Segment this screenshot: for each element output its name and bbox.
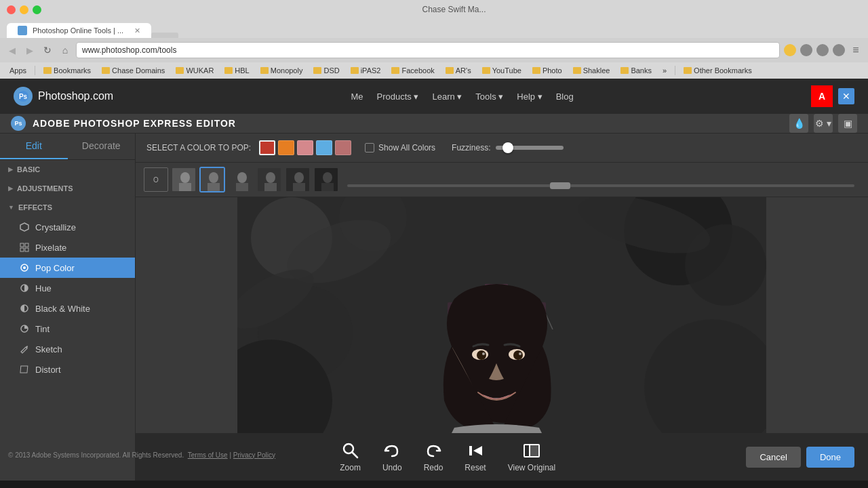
tab-edit[interactable]: Edit bbox=[0, 134, 68, 159]
basic-section-label: BASIC bbox=[17, 165, 40, 174]
bottom-actions: Cancel Done bbox=[746, 447, 854, 468]
new-tab[interactable] bbox=[151, 33, 178, 38]
minimize-window-button[interactable] bbox=[20, 5, 28, 14]
terms-of-use-link[interactable]: Terms of Use bbox=[188, 451, 228, 459]
privacy-policy-link[interactable]: Privacy Policy bbox=[233, 451, 275, 459]
view-mode-button[interactable]: ▣ bbox=[838, 114, 857, 133]
tab-decorate[interactable]: Decorate bbox=[68, 134, 136, 159]
address-bar[interactable]: www.photoshop.com/tools bbox=[76, 42, 780, 58]
sidebar-item-tint[interactable]: Tint bbox=[0, 319, 135, 339]
bookmark-hbl[interactable]: HBL bbox=[220, 64, 253, 77]
nav-me[interactable]: Me bbox=[351, 92, 363, 102]
done-button[interactable]: Done bbox=[806, 447, 854, 468]
basic-section-header[interactable]: ▶ BASIC bbox=[0, 160, 135, 179]
cancel-button[interactable]: Cancel bbox=[746, 447, 800, 468]
nav-learn[interactable]: Learn ▾ bbox=[432, 92, 462, 102]
settings-button[interactable]: ⚙ ▾ bbox=[814, 114, 833, 133]
footer-separator-2: | bbox=[228, 451, 233, 459]
strip-scroll-thumb[interactable] bbox=[550, 182, 570, 189]
browser-toolbar: ◀ ▶ ↻ ⌂ www.photoshop.com/tools ≡ bbox=[0, 38, 868, 62]
bookmark-more[interactable]: » bbox=[658, 64, 671, 77]
editor-title-text: ADOBE PHOTOSHOP EXPRESS EDITOR bbox=[33, 118, 236, 129]
bookmark-chase-domains[interactable]: Chase Domains bbox=[98, 64, 169, 77]
svg-marker-57 bbox=[469, 446, 472, 455]
sketch-icon bbox=[19, 344, 30, 354]
thumb-4[interactable] bbox=[256, 167, 282, 192]
sidebar-item-crystallize[interactable]: Crystallize bbox=[0, 217, 135, 237]
menu-button[interactable]: ≡ bbox=[849, 43, 863, 57]
effects-section-header[interactable]: ▼ EFFECTS bbox=[0, 198, 135, 217]
pixelate-label: Pixelate bbox=[35, 243, 66, 253]
strip-scrollbar[interactable] bbox=[347, 184, 854, 187]
color-swatch-pink[interactable] bbox=[297, 140, 313, 155]
bookmark-shaklee-label: Shaklee bbox=[583, 66, 610, 75]
bookmark-dsd[interactable]: DSD bbox=[309, 64, 343, 77]
show-all-colors-checkbox[interactable] bbox=[365, 143, 374, 152]
bm-separator-1 bbox=[35, 66, 35, 75]
sidebar-item-black-white[interactable]: Black & White bbox=[0, 298, 135, 319]
sidebar-item-distort[interactable]: Distort bbox=[0, 359, 135, 380]
tab-label: Photoshop Online Tools | ... bbox=[33, 26, 123, 35]
bookmark-folder-icon-6 bbox=[313, 67, 321, 74]
thumb-2[interactable] bbox=[199, 167, 225, 192]
bookmark-folder-icon-8 bbox=[391, 67, 399, 74]
fuzziness-slider[interactable] bbox=[496, 146, 564, 150]
bookmark-youtube[interactable]: YouTube bbox=[478, 64, 526, 77]
color-swatch-red[interactable] bbox=[259, 140, 275, 155]
refresh-button[interactable]: ↻ bbox=[41, 43, 54, 57]
back-button[interactable]: ◀ bbox=[5, 43, 19, 57]
adjustments-section-header[interactable]: ▶ ADJUSTMENTS bbox=[0, 179, 135, 198]
forward-button[interactable]: ▶ bbox=[23, 43, 37, 57]
bookmark-dsd-label: DSD bbox=[323, 66, 339, 75]
close-window-button[interactable] bbox=[7, 5, 16, 14]
svg-point-53 bbox=[482, 352, 485, 355]
bookmark-photo[interactable]: Photo bbox=[528, 64, 566, 77]
bookmark-ars[interactable]: AR's bbox=[441, 64, 475, 77]
extension-icon-3[interactable] bbox=[816, 44, 829, 56]
bookmark-banks-label: Banks bbox=[631, 66, 652, 75]
thumb-3[interactable] bbox=[228, 167, 254, 192]
site-logo: Ps Photoshop.com bbox=[14, 87, 113, 106]
redo-tool[interactable]: Redo bbox=[424, 441, 443, 472]
nav-products[interactable]: Products ▾ bbox=[377, 92, 419, 102]
bookmark-apps[interactable]: Apps bbox=[5, 64, 31, 77]
maximize-window-button[interactable] bbox=[33, 5, 41, 14]
sidebar-item-pixelate[interactable]: Pixelate bbox=[0, 237, 135, 258]
bookmark-monopoly[interactable]: Monopoly bbox=[256, 64, 307, 77]
sidebar-item-sketch[interactable]: Sketch bbox=[0, 339, 135, 359]
bookmark-wukar[interactable]: WUKAR bbox=[172, 64, 218, 77]
thumb-original[interactable]: O bbox=[144, 167, 168, 192]
bookmark-other[interactable]: Other Bookmarks bbox=[679, 64, 756, 77]
view-original-tool[interactable]: View Original bbox=[508, 441, 555, 472]
sidebar-item-hue[interactable]: Hue bbox=[0, 278, 135, 298]
fuzziness-thumb[interactable] bbox=[502, 142, 513, 153]
thumb-6[interactable] bbox=[313, 167, 339, 192]
nav-blog[interactable]: Blog bbox=[556, 92, 574, 102]
svg-point-23 bbox=[266, 172, 275, 183]
color-swatch-blue[interactable] bbox=[316, 140, 332, 155]
bookmark-facebook[interactable]: Facebook bbox=[387, 64, 438, 77]
sidebar-item-pop-color[interactable]: Pop Color bbox=[0, 258, 135, 278]
bookmark-ipas2[interactable]: iPAS2 bbox=[347, 64, 385, 77]
bookmark-bookmarks[interactable]: Bookmarks bbox=[39, 64, 95, 77]
thumb-5[interactable] bbox=[285, 167, 311, 192]
extension-icon-4[interactable] bbox=[833, 44, 845, 56]
color-swatch-mauve[interactable] bbox=[335, 140, 351, 155]
active-tab[interactable]: Photoshop Online Tools | ... ✕ bbox=[7, 23, 151, 38]
home-button[interactable]: ⌂ bbox=[58, 43, 72, 57]
undo-tool[interactable]: Undo bbox=[382, 441, 402, 472]
bookmark-folder-icon-4 bbox=[224, 67, 233, 74]
color-swatch-orange[interactable] bbox=[278, 140, 294, 155]
bookmark-banks[interactable]: Banks bbox=[616, 64, 656, 77]
nav-help[interactable]: Help ▾ bbox=[517, 92, 542, 102]
extension-icon-2[interactable] bbox=[800, 44, 812, 56]
thumb-1[interactable] bbox=[171, 167, 197, 192]
reset-tool[interactable]: Reset bbox=[465, 441, 486, 472]
nav-tools[interactable]: Tools ▾ bbox=[475, 92, 503, 102]
zoom-tool[interactable]: Zoom bbox=[340, 441, 361, 472]
close-editor-button[interactable]: ✕ bbox=[838, 88, 854, 104]
tab-close-button[interactable]: ✕ bbox=[134, 26, 140, 35]
extension-icon-1[interactable] bbox=[784, 44, 796, 56]
eyedropper-tool-button[interactable]: 💧 bbox=[789, 114, 808, 133]
bookmark-shaklee[interactable]: Shaklee bbox=[569, 64, 614, 77]
